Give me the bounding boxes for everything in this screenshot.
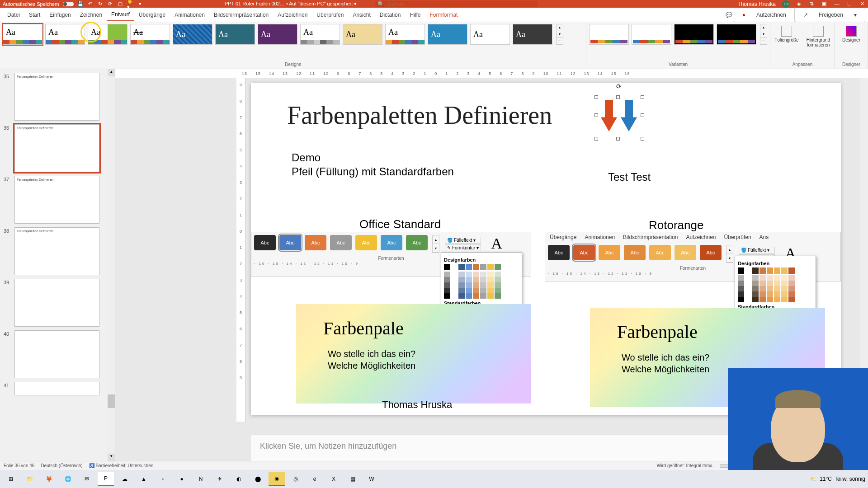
shape-style[interactable]: Abc — [305, 235, 326, 250]
tab-hilfe[interactable]: Hilfe — [405, 9, 425, 21]
tab-ansicht[interactable]: Ansicht — [348, 9, 375, 21]
shape-style[interactable]: Abc — [330, 235, 352, 250]
diamond-icon[interactable]: ◈ — [796, 1, 802, 7]
color-swatch[interactable] — [745, 291, 751, 297]
color-swatch[interactable] — [760, 286, 766, 291]
telegram-icon[interactable]: ✈ — [212, 472, 228, 486]
color-swatch[interactable] — [495, 293, 501, 299]
mini-tab[interactable]: Übergänge — [550, 234, 576, 240]
color-swatch[interactable] — [752, 275, 759, 281]
search-input[interactable] — [387, 1, 535, 7]
color-swatch[interactable] — [767, 286, 773, 291]
selected-arrows-group[interactable]: ⟳ — [594, 91, 644, 141]
theme-thumb-3[interactable]: Aa — [88, 24, 127, 45]
color-swatch[interactable] — [781, 297, 788, 302]
theme-thumb-5[interactable]: Aa — [173, 24, 212, 45]
minimize-icon[interactable]: — — [834, 1, 840, 7]
color-swatch[interactable] — [752, 291, 759, 297]
slide-canvas[interactable]: Farbenpaletten Definieren Demo Pfeil (Fü… — [251, 83, 841, 415]
rotate-handle-icon[interactable]: ⟳ — [616, 83, 622, 90]
color-swatch[interactable] — [738, 275, 744, 281]
color-swatch[interactable] — [752, 286, 759, 291]
color-swatch[interactable] — [473, 282, 479, 288]
ribbon-mode-icon[interactable]: ▣ — [821, 1, 827, 7]
color-swatch[interactable] — [738, 267, 744, 274]
shape-style[interactable]: Abc — [548, 245, 570, 260]
color-swatch[interactable] — [760, 281, 766, 286]
color-swatch[interactable] — [752, 267, 759, 274]
theme-thumb-8[interactable]: Aa — [300, 24, 340, 45]
variants-more[interactable]: ▴▾⋯ — [760, 24, 767, 45]
color-swatch[interactable] — [466, 293, 472, 299]
color-swatch[interactable] — [487, 277, 494, 282]
color-swatch[interactable] — [451, 277, 458, 282]
color-swatch[interactable] — [466, 277, 472, 282]
designer-button[interactable]: Designer — [838, 26, 865, 42]
firefox-icon[interactable]: 🦊 — [41, 472, 57, 486]
obs-icon[interactable]: ⬤ — [250, 472, 266, 486]
theme-thumb-13[interactable]: Aa — [513, 24, 552, 45]
tab-start[interactable]: Start — [24, 9, 45, 21]
color-swatch[interactable] — [480, 272, 486, 277]
color-swatch[interactable] — [444, 293, 450, 299]
theme-thumb-12[interactable]: Aa — [470, 24, 510, 45]
powerpoint-icon[interactable]: P — [98, 472, 114, 486]
variant-2[interactable] — [632, 24, 671, 45]
color-swatch[interactable] — [781, 281, 788, 286]
color-swatch[interactable] — [444, 288, 450, 293]
app-icon[interactable]: ▫ — [155, 472, 171, 486]
user-avatar[interactable]: TH — [782, 0, 789, 8]
shape-style[interactable]: Abc — [279, 235, 301, 250]
arrow-shape-orange[interactable] — [601, 100, 617, 131]
color-swatch[interactable] — [767, 275, 773, 281]
onenote-icon[interactable]: N — [193, 472, 209, 486]
color-swatch[interactable] — [760, 291, 766, 297]
text-style-A[interactable]: A — [486, 235, 507, 253]
user-name[interactable]: Thomas Hruska — [737, 1, 776, 7]
sync-icon[interactable]: ⇅ — [808, 1, 815, 7]
app-icon[interactable]: ◐ — [231, 472, 247, 486]
color-swatch[interactable] — [451, 264, 458, 270]
shape-style[interactable]: Abc — [624, 245, 646, 260]
excel-icon[interactable]: X — [326, 472, 342, 486]
color-swatch[interactable] — [466, 264, 472, 270]
color-swatch[interactable] — [752, 297, 759, 302]
color-swatch[interactable] — [767, 267, 773, 274]
undo-icon[interactable]: ↶ — [87, 1, 94, 7]
tab-uebergaenge[interactable]: Übergänge — [134, 9, 170, 21]
tab-aufzeichnen[interactable]: Aufzeichnen — [273, 9, 312, 21]
slide-test-text[interactable]: Test Test — [608, 171, 651, 183]
color-swatch[interactable] — [788, 275, 795, 281]
shape-style[interactable]: Abc — [355, 235, 377, 250]
color-swatch[interactable] — [495, 288, 501, 293]
color-swatch[interactable] — [781, 286, 788, 291]
color-swatch[interactable] — [752, 281, 759, 286]
color-swatch[interactable] — [774, 297, 780, 302]
shape-style[interactable]: Abc — [675, 245, 696, 260]
color-swatch[interactable] — [466, 282, 472, 288]
color-swatch[interactable] — [495, 282, 501, 288]
fill-effect-button[interactable]: 🪣Fülleffekt▾ — [739, 247, 775, 253]
slide-thumb-35[interactable]: 35Farbenpaletten Definieren — [14, 73, 106, 121]
color-swatch[interactable] — [458, 293, 465, 299]
shape-style[interactable]: Abc — [406, 235, 428, 250]
color-swatch[interactable] — [444, 282, 450, 288]
color-swatch[interactable] — [451, 293, 458, 299]
tab-ueberpruefen[interactable]: Überprüfen — [312, 9, 348, 21]
color-swatch[interactable] — [745, 281, 751, 286]
color-swatch[interactable] — [774, 281, 780, 286]
outlook-icon[interactable]: ✉ — [79, 472, 95, 486]
color-swatch[interactable] — [774, 275, 780, 281]
color-swatch[interactable] — [788, 291, 795, 297]
color-swatch[interactable] — [444, 264, 450, 270]
tab-dictation[interactable]: Dictation — [375, 9, 406, 21]
variant-4[interactable] — [717, 24, 756, 45]
thumbs-scrollbar[interactable]: ▴▾ — [108, 69, 115, 461]
color-swatch[interactable] — [458, 264, 465, 270]
color-swatch[interactable] — [473, 264, 479, 270]
record-button[interactable]: ●Aufzeichnen — [734, 8, 795, 22]
tab-entwurf[interactable]: Entwurf — [107, 9, 134, 21]
slide-size-button[interactable]: Foliengröße — [773, 26, 800, 42]
save-icon[interactable]: 💾 — [77, 1, 84, 7]
color-swatch[interactable] — [760, 297, 766, 302]
